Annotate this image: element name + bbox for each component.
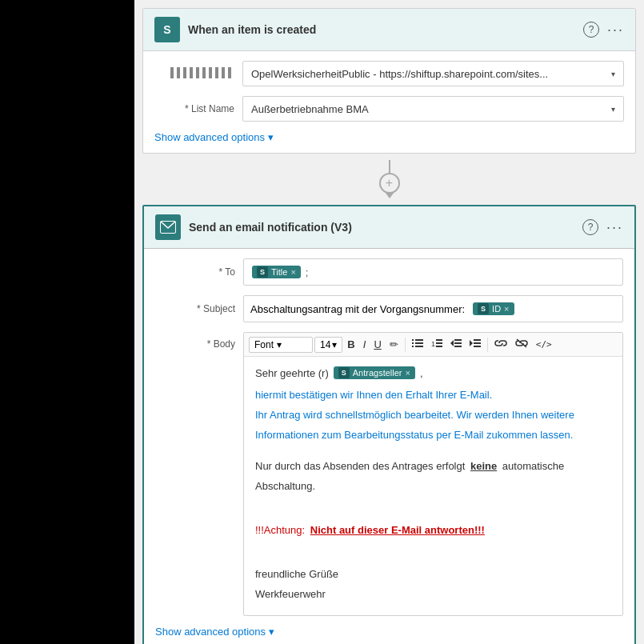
- warning-bold: Nicht auf dieser E-Mail antworten!!!: [310, 524, 485, 536]
- svg-rect-3: [412, 342, 414, 344]
- email-envelope-icon: [160, 221, 176, 234]
- link-button[interactable]: [491, 336, 510, 353]
- font-selector[interactable]: Font ▾: [249, 337, 313, 353]
- body-label: * Body: [155, 332, 235, 350]
- main-content: S When an item is created ? ··· OpelWerk…: [134, 0, 644, 644]
- trigger-card-header-left: S When an item is created: [154, 17, 316, 42]
- svg-rect-18: [474, 346, 481, 347]
- greeting-line: Sehr geehrte (r) S Antragsteller × ,: [255, 366, 611, 379]
- svg-marker-15: [470, 340, 473, 346]
- email-ellipsis-button[interactable]: ···: [606, 219, 623, 236]
- code-button[interactable]: </>: [533, 338, 555, 351]
- unlink-button[interactable]: [512, 336, 531, 353]
- email-card-header-left: Send an email notification (V3): [155, 214, 352, 240]
- trigger-card-body: OpelWerksicherheitPublic - https://shift…: [143, 51, 635, 153]
- trigger-card: S When an item is created ? ··· OpelWerk…: [142, 8, 636, 154]
- email-help-button[interactable]: ?: [582, 219, 598, 235]
- site-address-label: [154, 67, 234, 81]
- to-field[interactable]: S Title × ;: [243, 258, 623, 286]
- svg-marker-11: [450, 340, 454, 346]
- subject-token-close[interactable]: ×: [504, 304, 509, 314]
- email-card-header-right: ? ···: [582, 219, 623, 236]
- trigger-card-header-right: ? ···: [583, 22, 624, 38]
- to-token-title[interactable]: S Title ×: [252, 266, 301, 278]
- svg-rect-5: [412, 346, 414, 347]
- to-token-icon: S: [257, 266, 268, 278]
- email-icon: [155, 214, 181, 240]
- size-label: 14: [320, 339, 330, 350]
- subject-text: Abschaltungsantrag mit der Vorgangsnumme…: [250, 303, 465, 315]
- trigger-help-button[interactable]: ?: [583, 22, 599, 38]
- svg-rect-1: [412, 339, 414, 341]
- body-line-1: hiermit bestätigen wir Ihnen den Erhalt …: [255, 387, 611, 404]
- trigger-show-advanced-button[interactable]: Show advanced options ▾: [154, 131, 274, 143]
- link-icon: [494, 338, 507, 351]
- size-dropdown-arrow: ▾: [332, 339, 337, 350]
- to-row: * To S Title × ;: [155, 258, 623, 286]
- indent-inc-button[interactable]: [466, 337, 484, 352]
- list-bullet-icon: [412, 338, 423, 350]
- body-line-3: Informationen zum Bearbeitungsstatus per…: [255, 427, 611, 444]
- svg-rect-12: [454, 339, 462, 341]
- list-name-field[interactable]: Außerbetriebnahme BMA ▾: [242, 96, 624, 122]
- underline-button[interactable]: U: [370, 337, 384, 352]
- indent-inc-icon: [470, 338, 481, 350]
- list-name-label: * List Name: [154, 103, 234, 114]
- svg-rect-8: [436, 339, 442, 341]
- code-icon: </>: [536, 339, 552, 350]
- italic-button[interactable]: I: [360, 337, 370, 352]
- body-line-2: Ihr Antrag wird schnellstmöglich bearbei…: [255, 407, 611, 424]
- body-toolbar: Font ▾ 14 ▾ B I: [244, 333, 622, 357]
- site-address-value: OpelWerksicherheitPublic - https://shift…: [251, 68, 611, 80]
- bold-button[interactable]: B: [344, 337, 358, 352]
- pencil-button[interactable]: ✏: [386, 337, 402, 352]
- email-card-title: Send an email notification (V3): [189, 221, 352, 234]
- body-line-4-bold: keine: [470, 460, 497, 472]
- site-address-dropdown-arrow: ▾: [611, 70, 615, 78]
- body-line-4: Nur durch das Absenden des Antrages erfo…: [255, 458, 611, 475]
- list-name-dropdown-arrow: ▾: [611, 105, 615, 114]
- to-separator: ;: [306, 266, 309, 278]
- greeting-token[interactable]: S Antragsteller ×: [334, 366, 415, 379]
- subject-token-id[interactable]: S ID ×: [473, 302, 514, 315]
- greeting-prefix: Sehr geehrte (r): [255, 367, 329, 379]
- closing-line-2: Werkfeuerwehr: [255, 586, 611, 603]
- trigger-ellipsis-button[interactable]: ···: [607, 22, 624, 38]
- connector-plus-button[interactable]: +: [379, 173, 400, 194]
- connector: +: [142, 160, 636, 198]
- subject-row: * Subject Abschaltungsantrag mit der Vor…: [155, 295, 623, 322]
- connector-arrow: [385, 192, 394, 198]
- font-label: Font: [254, 339, 274, 350]
- site-address-row: OpelWerksicherheitPublic - https://shift…: [154, 61, 624, 86]
- svg-rect-17: [474, 342, 481, 344]
- body-row: * Body Font ▾ 14 ▾ B: [155, 332, 623, 616]
- svg-rect-4: [415, 342, 423, 344]
- toolbar-divider-1: [405, 338, 406, 352]
- svg-rect-14: [454, 346, 462, 347]
- site-address-label-text: [170, 67, 234, 78]
- list-bullet-button[interactable]: [409, 337, 426, 352]
- show-advanced-chevron-icon: ▾: [268, 131, 274, 143]
- list-name-value: Außerbetriebnahme BMA: [251, 103, 611, 115]
- body-editor[interactable]: Font ▾ 14 ▾ B I: [243, 332, 623, 616]
- trigger-card-header: S When an item is created ? ···: [143, 9, 635, 51]
- email-show-advanced-chevron-icon: ▾: [269, 626, 274, 638]
- site-address-field[interactable]: OpelWerksicherheitPublic - https://shift…: [242, 61, 624, 86]
- indent-dec-button[interactable]: [447, 337, 465, 352]
- list-number-button[interactable]: 1.: [428, 337, 446, 352]
- size-selector[interactable]: 14 ▾: [314, 337, 342, 353]
- to-token-close[interactable]: ×: [290, 267, 295, 277]
- email-show-advanced-button[interactable]: Show advanced options ▾: [155, 626, 274, 638]
- svg-rect-2: [415, 339, 423, 341]
- svg-rect-6: [415, 346, 423, 347]
- subject-field[interactable]: Abschaltungsantrag mit der Vorgangsnumme…: [243, 295, 623, 322]
- list-name-row: * List Name Außerbetriebnahme BMA ▾: [154, 96, 624, 122]
- greeting-token-close[interactable]: ×: [406, 368, 410, 378]
- connector-line-top: [389, 160, 390, 173]
- pencil-icon: ✏: [390, 338, 398, 350]
- greeting-token-icon: S: [338, 367, 350, 378]
- to-label: * To: [155, 266, 235, 278]
- body-content[interactable]: Sehr geehrte (r) S Antragsteller × , hie…: [244, 357, 622, 615]
- body-line-5: Abschaltung.: [255, 478, 611, 495]
- toolbar-divider-2: [487, 338, 488, 352]
